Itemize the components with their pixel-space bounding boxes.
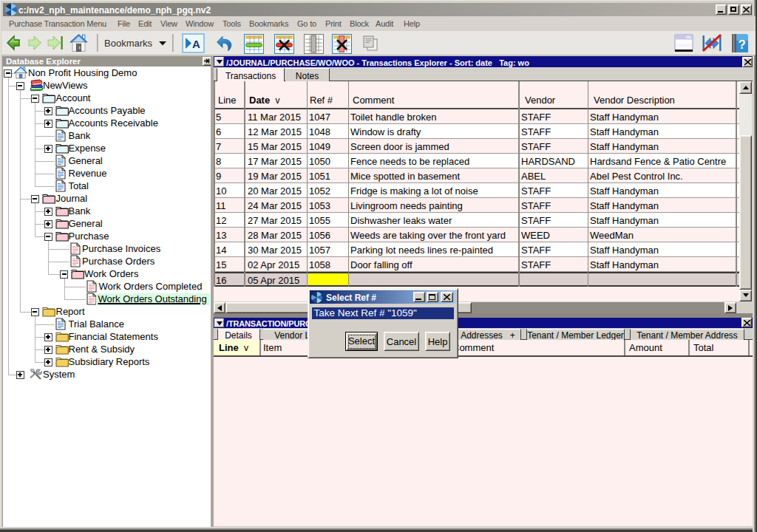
svg-text:A: A [192,38,200,50]
svg-text:?: ? [739,38,746,52]
